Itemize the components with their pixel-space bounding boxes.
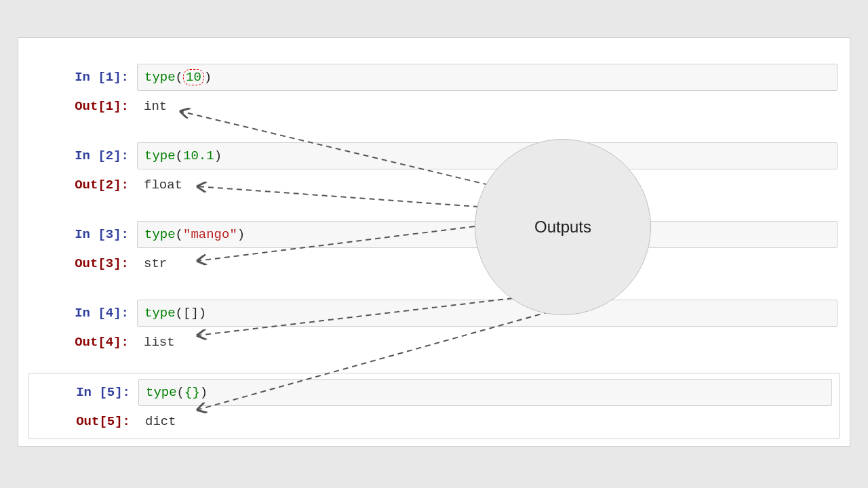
token-open-paren: ( [176, 70, 183, 85]
annotation-circle: Outputs [475, 139, 651, 315]
code-input[interactable]: type([]) [137, 300, 837, 327]
code-input[interactable]: type(10) [137, 64, 837, 91]
input-row: In [2]:type(10.1) [18, 142, 850, 169]
token-func: type [144, 148, 176, 163]
in-prompt: In [4]: [18, 306, 137, 321]
output-row: Out[2]:float [18, 174, 850, 197]
out-prompt: Out[4]: [18, 335, 137, 350]
output-text: dict [138, 410, 839, 433]
output-row: Out[4]:list [18, 331, 850, 354]
token-arg: [] [183, 306, 199, 321]
notebook-container: In [1]:type(10)Out[1]:intIn [2]:type(10.… [18, 37, 850, 447]
in-prompt: In [5]: [35, 385, 138, 400]
token-close-paren: ) [199, 306, 206, 321]
code-input[interactable]: type(10.1) [137, 142, 837, 169]
token-func: type [144, 227, 176, 242]
out-prompt: Out[2]: [18, 178, 137, 192]
cell-3[interactable]: In [3]:type("mango")Out[3]:str [18, 216, 850, 281]
token-close-paren: ) [237, 227, 245, 242]
token-open-paren: ( [177, 385, 184, 400]
output-text: list [137, 331, 850, 354]
in-prompt: In [1]: [18, 70, 137, 85]
cell-1[interactable]: In [1]:type(10)Out[1]:int [18, 58, 850, 123]
token-arg: {} [184, 385, 200, 400]
output-row: Out[1]:int [18, 95, 850, 118]
token-close-paren: ) [200, 385, 208, 400]
token-close-paren: ) [204, 70, 212, 85]
token-func: type [146, 385, 177, 400]
cell-4[interactable]: In [4]:type([])Out[4]:list [18, 294, 850, 359]
token-open-paren: ( [176, 227, 183, 242]
token-arg: 10 [183, 69, 204, 85]
token-open-paren: ( [176, 306, 183, 321]
token-arg: 10.1 [183, 148, 214, 163]
token-arg: "mango" [183, 227, 237, 242]
output-row: Out[5]:dict [35, 410, 839, 433]
in-prompt: In [3]: [18, 227, 137, 242]
token-open-paren: ( [176, 148, 183, 163]
token-close-paren: ) [214, 148, 222, 163]
cell-2[interactable]: In [2]:type(10.1)Out[2]:float [18, 137, 850, 202]
annotation-label: Outputs [534, 218, 591, 237]
input-row: In [5]:type({}) [35, 379, 839, 406]
token-func: type [144, 306, 176, 321]
out-prompt: Out[5]: [35, 414, 138, 429]
code-input[interactable]: type({}) [138, 379, 832, 406]
in-prompt: In [2]: [18, 148, 137, 163]
input-row: In [1]:type(10) [18, 64, 850, 91]
output-text: int [137, 95, 850, 118]
out-prompt: Out[3]: [18, 256, 137, 271]
out-prompt: Out[1]: [18, 99, 137, 114]
output-row: Out[3]:str [18, 252, 850, 275]
token-func: type [144, 70, 176, 85]
input-row: In [4]:type([]) [18, 300, 850, 327]
input-row: In [3]:type("mango") [18, 221, 850, 248]
cell-5[interactable]: In [5]:type({})Out[5]:dict [28, 373, 840, 439]
